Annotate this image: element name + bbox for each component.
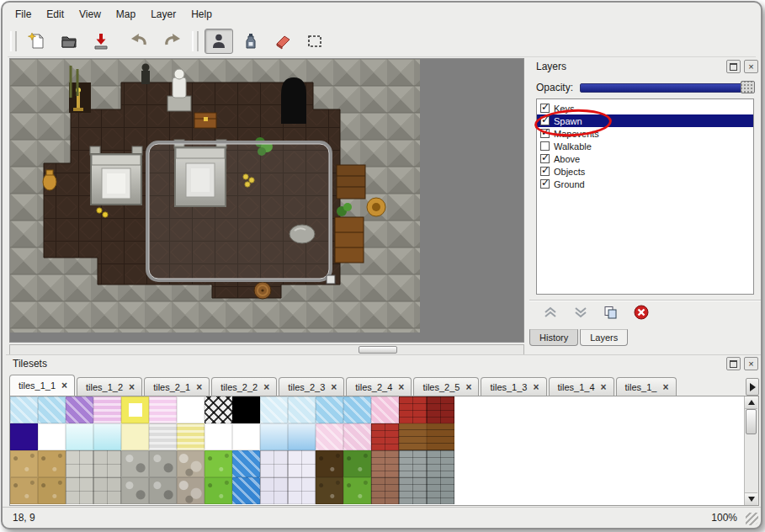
palette-tile[interactable] <box>10 477 38 504</box>
palette-tile[interactable] <box>38 477 66 504</box>
open-button[interactable] <box>55 29 83 54</box>
palette-tile[interactable] <box>288 396 316 423</box>
palette-tile[interactable] <box>149 450 177 477</box>
layer-visibility-checkbox[interactable] <box>540 129 550 138</box>
palette-tile[interactable] <box>399 423 427 450</box>
menu-file[interactable]: File <box>8 6 39 23</box>
place-character-tool-button[interactable] <box>205 29 233 54</box>
scroll-up-button[interactable] <box>745 396 757 409</box>
palette-tile[interactable] <box>260 396 288 423</box>
duplicate-layer-button[interactable] <box>600 304 622 321</box>
palette-tile[interactable] <box>288 423 316 450</box>
palette-tile[interactable] <box>343 477 371 504</box>
palette-tile[interactable] <box>260 423 288 450</box>
dock-tab-layers[interactable]: Layers <box>580 329 628 346</box>
tileset-tab-tiles_2_1[interactable]: tiles_2_1× <box>144 377 210 396</box>
palette-tile[interactable] <box>66 396 93 423</box>
menu-layer[interactable]: Layer <box>143 6 183 23</box>
layer-visibility-checkbox[interactable] <box>540 104 550 113</box>
layer-row-above[interactable]: Above <box>537 152 753 165</box>
palette-tile[interactable] <box>232 450 260 477</box>
menu-map[interactable]: Map <box>109 6 143 23</box>
palette-tile[interactable] <box>371 423 399 450</box>
palette-tile[interactable] <box>205 396 232 423</box>
palette-tile[interactable] <box>10 396 38 423</box>
layer-row-mapevents[interactable]: Mapevents <box>537 127 753 140</box>
palette-tile[interactable] <box>177 396 205 423</box>
tileset-tab-tiles_2_5[interactable]: tiles_2_5× <box>413 377 479 396</box>
float-button[interactable] <box>726 357 741 370</box>
layer-visibility-checkbox[interactable] <box>540 141 550 151</box>
palette-tile[interactable] <box>343 450 371 477</box>
palette-tile[interactable] <box>66 423 93 450</box>
redo-button[interactable] <box>157 29 186 54</box>
layer-visibility-checkbox[interactable] <box>540 167 550 176</box>
palette-tile[interactable] <box>260 450 288 477</box>
palette-vertical-scrollbar[interactable] <box>744 396 758 505</box>
resize-grip[interactable] <box>746 513 758 525</box>
palette-tile[interactable] <box>399 450 427 477</box>
layer-row-walkable[interactable]: Walkable <box>537 140 753 152</box>
palette-tile[interactable] <box>177 477 205 504</box>
tileset-tab-tiles_1_3[interactable]: tiles_1_3× <box>481 377 546 396</box>
tileset-tab-tiles_1_2[interactable]: tiles_1_2× <box>77 377 142 396</box>
close-tab-icon[interactable]: × <box>331 382 337 392</box>
opacity-slider[interactable] <box>580 83 755 93</box>
palette-tile[interactable] <box>66 450 93 477</box>
palette-tile[interactable] <box>149 423 177 450</box>
palette-tile[interactable] <box>343 396 371 423</box>
close-tab-icon[interactable]: × <box>662 382 668 392</box>
layer-row-spawn[interactable]: Spawn <box>537 114 753 127</box>
selection-resize-handle[interactable] <box>327 275 335 284</box>
layer-row-objects[interactable]: Objects <box>537 165 753 178</box>
delete-layer-button[interactable] <box>630 304 652 321</box>
menu-help[interactable]: Help <box>183 6 220 23</box>
menu-view[interactable]: View <box>72 6 109 23</box>
palette-tile[interactable] <box>10 450 38 477</box>
tab-scroll-right-button[interactable] <box>746 378 759 396</box>
palette-tile[interactable] <box>427 477 454 504</box>
palette-tile[interactable] <box>371 396 399 423</box>
scrollbar-thumb[interactable] <box>746 409 757 434</box>
close-tab-icon[interactable]: × <box>263 382 269 392</box>
opacity-slider-handle[interactable] <box>741 81 755 93</box>
palette-tile[interactable] <box>93 477 121 504</box>
palette-tile[interactable] <box>177 423 205 450</box>
palette-tile[interactable] <box>149 477 177 504</box>
tileset-tab-tiles_1_4[interactable]: tiles_1_4× <box>549 377 614 396</box>
rect-select-tool-button[interactable] <box>300 29 329 54</box>
palette-tile[interactable] <box>149 396 177 423</box>
palette-tile[interactable] <box>427 450 454 477</box>
palette-tile[interactable] <box>177 450 205 477</box>
palette-tile[interactable] <box>121 477 149 504</box>
save-button[interactable] <box>87 29 115 54</box>
undo-button[interactable] <box>125 29 154 54</box>
close-tab-icon[interactable]: × <box>398 382 404 392</box>
tileset-tab-tiles_1_1[interactable]: tiles_1_1× <box>9 375 75 396</box>
scrollbar-thumb[interactable] <box>359 346 397 354</box>
palette-tile[interactable] <box>343 423 371 450</box>
palette-tile[interactable] <box>93 423 121 450</box>
palette-tile[interactable] <box>232 396 260 423</box>
close-tab-icon[interactable]: × <box>61 380 67 391</box>
tileset-tab-tiles_1_[interactable]: tiles_1_× <box>616 377 677 396</box>
close-tab-icon[interactable]: × <box>129 382 135 392</box>
palette-tile[interactable] <box>38 423 66 450</box>
palette-tile[interactable] <box>66 477 93 504</box>
palette-tile[interactable] <box>288 477 316 504</box>
palette-tile[interactable] <box>10 423 38 450</box>
move-layer-up-button[interactable] <box>539 304 561 321</box>
palette-tile[interactable] <box>260 477 288 504</box>
palette-tile[interactable] <box>399 477 427 504</box>
palette-tile[interactable] <box>121 450 149 477</box>
palette-tile[interactable] <box>399 396 427 423</box>
palette-tile[interactable] <box>288 450 316 477</box>
palette-tile[interactable] <box>121 423 149 450</box>
menu-edit[interactable]: Edit <box>39 6 72 23</box>
map-viewport[interactable] <box>9 58 524 343</box>
palette-tile[interactable] <box>316 477 343 504</box>
toolbar-handle[interactable] <box>192 31 199 51</box>
palette-tile[interactable] <box>121 396 149 423</box>
layer-visibility-checkbox[interactable] <box>540 179 550 189</box>
toolbar-handle[interactable] <box>10 31 17 51</box>
